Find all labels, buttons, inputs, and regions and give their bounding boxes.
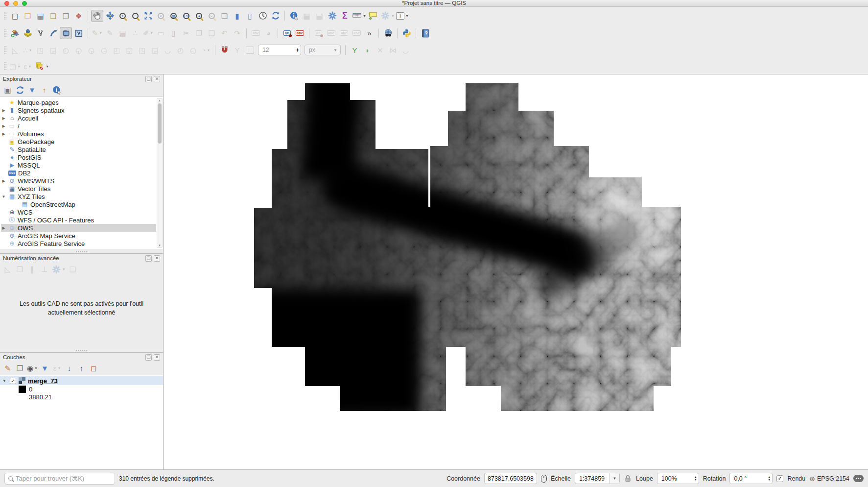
zoom-in-icon[interactable]: +	[117, 10, 129, 22]
collapse-all-icon[interactable]: ↑	[39, 84, 50, 96]
collapse-caret-icon[interactable]: ▼	[2, 379, 7, 383]
maximize-window-button[interactable]	[22, 1, 27, 6]
enable-snapping-icon[interactable]	[218, 44, 231, 56]
tree-caret-icon[interactable]: ▶	[1, 132, 6, 136]
processing-toolbox-icon[interactable]	[326, 10, 338, 22]
cad-settings-icon[interactable]: ▼	[51, 264, 66, 275]
chevron-down-icon[interactable]: ▼	[610, 473, 619, 484]
browser-item-postgis[interactable]: ●PostGIS	[1, 153, 156, 161]
fill-ring-icon[interactable]: ◰	[111, 44, 123, 56]
map-tips-icon[interactable]	[367, 10, 379, 22]
filter-legend-icon[interactable]: ▼	[39, 363, 50, 374]
move-feature-icon[interactable]: ◳	[34, 44, 47, 56]
close-window-button[interactable]	[4, 1, 9, 6]
browser-item-spatialite[interactable]: ✎SpatiaLite	[1, 146, 156, 153]
map-canvas[interactable]	[164, 74, 868, 469]
messages-icon[interactable]	[853, 475, 864, 482]
reshape-features-icon[interactable]: ◲	[149, 44, 161, 56]
zoom-last-icon[interactable]: ◂	[193, 10, 205, 22]
avoid-overlap-icon[interactable]: ✕	[374, 44, 386, 56]
tree-caret-icon[interactable]: ▶	[1, 108, 6, 113]
add-part-icon[interactable]: ◷	[98, 44, 110, 56]
layer-item-merge-73[interactable]: ▼ ✓ merge_73	[0, 376, 163, 385]
tree-caret-icon[interactable]: ▼	[1, 195, 6, 199]
magnifier-spinbox[interactable]: 100% ▲▼	[657, 473, 699, 484]
refresh-map-icon[interactable]	[269, 10, 282, 22]
perpendicular-constraint-icon[interactable]: ⊥	[39, 264, 50, 275]
construction-mode-icon[interactable]: ❒	[14, 264, 25, 275]
add-mesh-layer-icon[interactable]	[60, 27, 72, 39]
crs-status[interactable]: EPSG:2154	[817, 475, 849, 482]
enable-advanced-digitizing-icon[interactable]: ◺	[9, 44, 21, 56]
browser-item-wms-wmts[interactable]: ▶⊕WMS/WMTS	[1, 177, 156, 185]
properties-icon[interactable]	[51, 84, 62, 96]
move-label-icon[interactable]: abc	[338, 27, 350, 39]
panel-resize-handle[interactable]	[75, 350, 88, 352]
text-annotation-icon[interactable]: T▼	[396, 10, 409, 22]
coordinate-input[interactable]: 873817,6503598	[484, 473, 537, 484]
float-panel-icon[interactable]: ❏	[145, 255, 152, 262]
add-spatialite-layer-icon[interactable]	[47, 27, 59, 39]
expand-all-layers-icon[interactable]: ↓	[64, 363, 75, 374]
deactivate-layers-icon[interactable]: ▼	[34, 60, 49, 73]
style-manager-icon[interactable]: ❖	[72, 10, 85, 22]
save-project-icon[interactable]: ▤	[34, 10, 47, 22]
rotate-point-symbols-icon[interactable]: ◔▼	[200, 44, 212, 56]
data-source-manager-icon[interactable]	[9, 27, 21, 39]
new-project-icon[interactable]: ▢	[9, 10, 21, 22]
close-panel-icon[interactable]: ✕	[154, 76, 160, 82]
parallel-constraint-icon[interactable]: ∥	[26, 264, 38, 275]
browser-item-xyz-tiles[interactable]: ▼▦XYZ Tiles	[1, 193, 156, 200]
layer-diagram-icon[interactable]: ◕	[262, 27, 275, 39]
browser-item-signets-spatiaux[interactable]: ▶▮Signets spatiaux	[1, 106, 156, 114]
browser-item-accueil[interactable]: ▶⌂Accueil	[1, 114, 156, 122]
browser-scrollbar[interactable]: ▲ ▼	[157, 98, 163, 248]
open-project-icon[interactable]: ❐	[22, 10, 34, 22]
snapping-type-icon[interactable]: Y	[231, 44, 243, 56]
toolbar-drag-handle[interactable]	[3, 46, 7, 54]
close-panel-icon[interactable]: ✕	[154, 354, 160, 361]
add-raster-layer-icon[interactable]	[22, 27, 34, 39]
browser-item-[interactable]: ▶▭/	[1, 122, 156, 130]
toggle-editing-icon[interactable]: ✎	[104, 27, 116, 39]
zoom-to-selection-icon[interactable]: ●	[155, 10, 167, 22]
rotate-feature-icon[interactable]: ◴	[60, 44, 72, 56]
rotate-label-icon[interactable]: abc	[351, 27, 363, 39]
topological-editing-icon[interactable]: Y	[349, 44, 361, 56]
layout-manager-icon[interactable]: ❒	[60, 10, 72, 22]
select-features-icon[interactable]: ▢▼	[9, 60, 21, 73]
help-icon[interactable]	[419, 27, 431, 39]
zoom-out-icon[interactable]: −	[129, 10, 141, 22]
show-hidden-labels-icon[interactable]: abc	[325, 27, 337, 39]
new-spatial-bookmark-icon[interactable]: ▮	[231, 10, 243, 22]
pin-unpin-labels-icon[interactable]: ab	[312, 27, 325, 39]
delete-selected-icon[interactable]: ▯	[167, 27, 180, 39]
delete-part-icon[interactable]: ◳	[136, 44, 148, 56]
copy-move-feature-icon[interactable]: ◲	[47, 44, 59, 56]
snapping-dots-icon[interactable]: ∷	[244, 44, 256, 56]
enable-cad-tools-icon[interactable]: ◺	[2, 264, 13, 275]
enable-tracing-icon[interactable]: ◗	[361, 44, 374, 56]
extents-toggle-icon[interactable]	[541, 475, 547, 483]
paste-features-icon[interactable]: ❑	[206, 27, 218, 39]
zoom-full-extent-icon[interactable]	[142, 10, 154, 22]
highlight-labels-icon[interactable]: abc	[294, 27, 306, 39]
browser-item-db2[interactable]: DB2DB2	[1, 169, 156, 177]
snapping-unit-combo[interactable]: px▼	[305, 45, 341, 55]
scroll-down-icon[interactable]: ▼	[158, 244, 161, 247]
float-panel-icon[interactable]: ❏	[145, 76, 152, 82]
redo-icon[interactable]: ↷	[231, 27, 243, 39]
digitize-with-segment-icon[interactable]: ∴	[129, 27, 141, 39]
construction-tools-icon[interactable]: ∴▼	[22, 44, 34, 56]
temporal-controller-icon[interactable]	[257, 10, 269, 22]
show-spatial-bookmarks-icon[interactable]: ▯	[244, 10, 256, 22]
browser-item-geopackage[interactable]: ▣GeoPackage	[1, 138, 156, 146]
cad-float-icon[interactable]: ❏	[67, 264, 78, 275]
zoom-next-icon[interactable]: ▸	[206, 10, 218, 22]
split-features-icon[interactable]: ◴	[174, 44, 187, 56]
add-ring-icon[interactable]: ◶	[85, 44, 97, 56]
add-vector-layer-icon[interactable]	[34, 27, 47, 39]
browser-item-mssql[interactable]: ▶MSSQL	[1, 161, 156, 169]
toolbar-overflow-icon[interactable]: »	[363, 27, 375, 39]
metasearch-icon[interactable]	[382, 27, 394, 39]
